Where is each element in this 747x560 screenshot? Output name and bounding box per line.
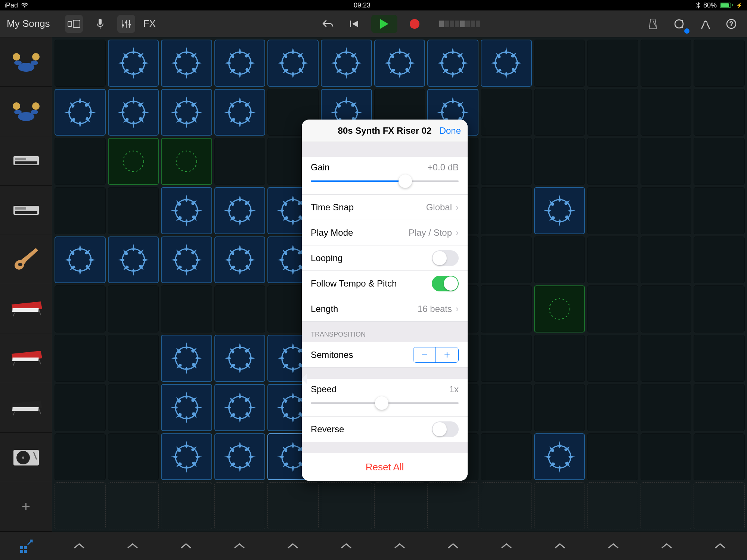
loop-cell[interactable] — [534, 433, 585, 480]
reverse-switch[interactable] — [432, 421, 459, 437]
semitones-plus-button[interactable]: + — [436, 347, 458, 362]
loop-cell[interactable] — [641, 335, 692, 382]
loop-cell[interactable] — [267, 482, 319, 529]
loop-cell[interactable] — [55, 89, 106, 136]
loop-cell[interactable] — [694, 285, 745, 332]
loop-cell[interactable] — [267, 40, 319, 87]
add-track-button[interactable]: + — [0, 482, 52, 532]
loop-cell[interactable] — [108, 89, 159, 136]
loop-cell[interactable] — [534, 187, 585, 234]
length-row[interactable]: Length 16 beats› — [302, 296, 468, 322]
column-trigger[interactable] — [213, 543, 266, 549]
loop-cell[interactable] — [481, 433, 532, 480]
loop-cell[interactable] — [161, 138, 212, 185]
track-header[interactable] — [0, 334, 52, 383]
column-trigger[interactable] — [427, 543, 480, 549]
edit-grid-button[interactable] — [0, 539, 52, 554]
loop-cell[interactable] — [694, 187, 745, 234]
time-snap-row[interactable]: Time Snap Global› — [302, 195, 468, 220]
loop-cell[interactable] — [534, 335, 585, 382]
loop-cell[interactable] — [108, 40, 159, 87]
loop-cell[interactable] — [481, 40, 532, 87]
track-header[interactable] — [0, 383, 52, 433]
loop-cell[interactable] — [481, 89, 532, 136]
loop-cell[interactable] — [214, 384, 266, 431]
loop-cell[interactable] — [694, 89, 745, 136]
loop-cell[interactable] — [534, 138, 585, 185]
column-trigger[interactable] — [640, 543, 694, 549]
loop-cell[interactable] — [374, 482, 425, 529]
browser-button[interactable] — [65, 15, 83, 33]
loop-cell[interactable] — [214, 433, 266, 480]
loop-cell[interactable] — [214, 187, 266, 234]
loop-cell[interactable] — [534, 236, 585, 284]
loop-cell[interactable] — [481, 384, 532, 431]
loop-cell[interactable] — [481, 138, 532, 185]
loop-cell[interactable] — [587, 40, 638, 87]
loop-cell[interactable] — [587, 236, 638, 284]
loop-cell[interactable] — [534, 482, 585, 529]
loop-cell[interactable] — [321, 40, 372, 87]
looping-switch[interactable] — [432, 250, 459, 266]
loop-cell[interactable] — [55, 482, 106, 529]
loop-cell[interactable] — [214, 236, 266, 284]
loop-cell[interactable] — [641, 138, 692, 185]
loop-cell[interactable] — [587, 89, 638, 136]
loop-cell[interactable] — [641, 40, 692, 87]
speed-slider[interactable] — [311, 397, 459, 409]
track-header[interactable] — [0, 37, 52, 87]
track-header[interactable] — [0, 186, 52, 235]
loop-cell[interactable] — [214, 335, 266, 382]
loop-cell[interactable] — [694, 482, 745, 529]
loop-cell[interactable] — [641, 89, 692, 136]
track-header[interactable] — [0, 136, 52, 186]
loop-cell[interactable] — [161, 236, 212, 284]
loop-cell[interactable] — [534, 285, 585, 332]
gain-slider[interactable] — [311, 176, 459, 187]
column-trigger[interactable] — [694, 543, 747, 549]
loop-cell[interactable] — [161, 89, 212, 136]
loop-cell[interactable] — [214, 40, 266, 87]
loop-cell[interactable] — [587, 433, 638, 480]
undo-button[interactable] — [319, 15, 337, 33]
microphone-button[interactable] — [91, 15, 109, 33]
loop-cell[interactable] — [641, 384, 692, 431]
loop-cell[interactable] — [55, 335, 106, 382]
done-button[interactable]: Done — [440, 126, 461, 136]
loop-cell[interactable] — [321, 482, 372, 529]
my-songs-button[interactable]: My Songs — [7, 18, 50, 30]
loop-cell[interactable] — [55, 433, 106, 480]
loop-cell[interactable] — [694, 335, 745, 382]
loop-cell[interactable] — [55, 187, 106, 234]
column-trigger[interactable] — [480, 543, 533, 549]
loop-browser-button[interactable] — [670, 15, 688, 33]
loop-cell[interactable] — [481, 236, 532, 284]
loop-cell[interactable] — [534, 89, 585, 136]
column-trigger[interactable] — [106, 543, 159, 549]
help-button[interactable]: ? — [722, 15, 740, 33]
loop-cell[interactable] — [694, 384, 745, 431]
loop-cell[interactable] — [108, 236, 159, 284]
loop-cell[interactable] — [534, 40, 585, 87]
track-header[interactable] — [0, 284, 52, 334]
loop-cell[interactable] — [641, 433, 692, 480]
loop-cell[interactable] — [587, 187, 638, 234]
track-controls-button[interactable] — [117, 15, 135, 33]
column-trigger[interactable] — [373, 543, 426, 549]
loop-cell[interactable] — [161, 384, 212, 431]
loop-cell[interactable] — [587, 384, 638, 431]
semitones-minus-button[interactable]: − — [413, 347, 436, 362]
loop-cell[interactable] — [587, 482, 638, 529]
follow-tempo-switch[interactable] — [432, 276, 459, 291]
track-header[interactable] — [0, 87, 52, 136]
loop-cell[interactable] — [108, 187, 159, 234]
loop-cell[interactable] — [161, 433, 212, 480]
loop-cell[interactable] — [55, 40, 106, 87]
loop-cell[interactable] — [481, 335, 532, 382]
column-trigger[interactable] — [159, 543, 213, 549]
loop-cell[interactable] — [641, 285, 692, 332]
loop-cell[interactable] — [481, 187, 532, 234]
loop-cell[interactable] — [214, 285, 266, 332]
loop-cell[interactable] — [694, 236, 745, 284]
loop-cell[interactable] — [55, 236, 106, 284]
